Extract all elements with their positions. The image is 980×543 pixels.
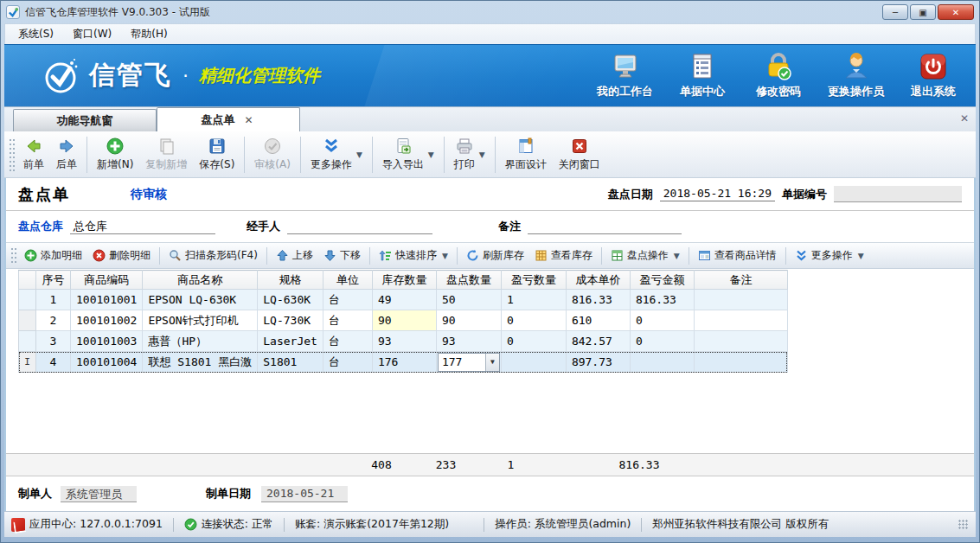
column-header-seq[interactable]: 序号 [36,271,71,290]
menu-system[interactable]: 系统(S) [10,24,61,44]
inventory-ops-button[interactable]: 盘点操作 ▼ [605,246,685,265]
cell-seq[interactable]: 2 [36,310,71,331]
toolbar-grip[interactable] [9,138,15,171]
warehouse-field[interactable]: 总仓库 [70,219,215,234]
view-stock-button[interactable]: 查看库存 [529,246,598,265]
column-header-cost[interactable]: 成本单价 [566,271,630,290]
cell-name[interactable]: 联想 S1801 黑白激 [143,352,258,373]
delete-detail-button[interactable]: 删除明细 [87,246,156,265]
cell-code[interactable]: 100101004 [71,352,143,373]
cell-remark[interactable] [694,310,787,331]
ui-design-button[interactable]: 界面设计 [499,134,553,175]
scan-barcode-button[interactable]: 扫描条形码(F4) [163,246,263,265]
maximize-button[interactable]: ▣ [910,4,936,20]
cell-diff[interactable]: 1 [501,290,566,310]
refresh-stock-button[interactable]: 刷新库存 [461,246,529,265]
more-detail-actions-button[interactable]: 更多操作 ▼ [790,246,869,265]
cell-count[interactable]: 93 [436,331,501,352]
tab-inventory-sheet[interactable]: 盘点单 ✕ [157,107,300,131]
row-indicator[interactable] [19,310,36,331]
count-dropdown-icon[interactable]: ▼ [485,354,499,371]
cell-code[interactable]: 100101002 [71,310,143,331]
save-button[interactable]: 保存(S) [193,134,240,175]
resize-grip[interactable] [958,520,969,530]
cell-unit[interactable]: 台 [323,290,372,310]
column-header-unit[interactable]: 单位 [323,271,372,290]
exit-system-button[interactable]: 退出系统 [906,52,960,99]
cell-code[interactable]: 100101003 [71,331,143,352]
cell-seq[interactable]: 3 [36,331,71,352]
cell-amount[interactable]: 0 [630,331,694,352]
view-product-detail-button[interactable]: 查看商品详情 [693,246,782,265]
cell-unit[interactable]: 台 [323,352,372,373]
tab-close-icon[interactable]: ✕ [241,114,255,126]
next-doc-button[interactable]: 后单 [50,134,83,175]
new-button[interactable]: 新增(N) [91,134,139,175]
change-password-button[interactable]: 修改密码 [752,52,805,99]
cell-unit[interactable]: 台 [323,331,372,352]
cell-count[interactable]: 177▼ [436,352,501,373]
cell-cost[interactable]: 897.73 [566,352,630,373]
column-header-count[interactable]: 盘点数量 [436,271,501,290]
cell-remark[interactable] [694,352,787,373]
cell-cost[interactable]: 842.57 [566,331,630,352]
menu-help[interactable]: 帮助(H) [123,24,175,44]
cell-spec[interactable]: LQ-730K [258,310,323,331]
cell-amount[interactable]: 0 [630,310,694,331]
cell-spec[interactable]: LQ-630K [258,290,323,310]
column-header-spec[interactable]: 规格 [258,271,323,290]
cell-cost[interactable]: 610 [566,310,630,331]
table-row[interactable]: 3100101003惠普（HP）LaserJet台93930842.570 [19,331,788,352]
count-editor-value[interactable]: 177 [439,355,485,368]
copy-new-button[interactable]: 复制新增 [139,134,193,175]
cell-diff[interactable]: 0 [501,331,566,352]
cell-seq[interactable]: 1 [36,290,71,310]
tab-function-nav[interactable]: 功能导航窗 [13,109,157,131]
move-down-button[interactable]: 下移 [318,246,366,265]
row-indicator[interactable] [19,331,36,352]
cell-name[interactable]: 惠普（HP） [143,331,258,352]
column-header-code[interactable]: 商品编码 [71,271,143,290]
table-row[interactable]: I4100101004联想 S1801 黑白激S1801台176177▼897.… [19,352,788,373]
tabstrip-close-icon[interactable]: ✕ [960,112,969,125]
close-window-button[interactable]: 关闭窗口 [553,134,606,175]
column-header-name[interactable]: 商品名称 [143,271,258,290]
cell-amount[interactable]: 816.33 [630,290,694,310]
menu-window[interactable]: 窗口(W) [65,24,119,44]
row-indicator[interactable]: I [19,352,36,373]
cell-count[interactable]: 90 [436,310,501,331]
close-button[interactable]: ✕ [938,4,974,20]
move-up-button[interactable]: 上移 [271,246,318,265]
table-row[interactable]: 1100101001EPSON LQ-630KLQ-630K台49501816.… [19,290,788,310]
cell-spec[interactable]: LaserJet [258,331,323,352]
cell-cost[interactable]: 816.33 [566,290,630,310]
column-header-diff[interactable]: 盈亏数量 [501,271,566,290]
cell-unit[interactable]: 台 [323,310,372,331]
switch-operator-button[interactable]: 更换操作员 [828,52,884,99]
column-header-amount[interactable]: 盈亏金额 [630,271,694,290]
cell-amount[interactable] [630,352,694,373]
cell-stock[interactable]: 93 [372,331,436,352]
cell-stock[interactable]: 176 [372,352,436,373]
cell-remark[interactable] [694,331,787,352]
my-workbench-button[interactable]: 我的工作台 [597,52,653,99]
document-center-button[interactable]: 单据中心 [676,52,729,99]
date-field[interactable]: 2018-05-21 16:29 [660,187,775,201]
cell-remark[interactable] [694,290,787,310]
minimize-button[interactable]: ─ [882,4,908,20]
audit-button[interactable]: 审核(A) [248,134,297,175]
cell-stock[interactable]: 49 [372,290,436,310]
import-export-button[interactable]: 导入导出 ▼ [376,134,440,175]
cell-code[interactable]: 100101001 [71,290,143,310]
count-editor[interactable]: 177▼ [438,353,500,372]
cell-stock[interactable]: 90 [372,310,436,331]
quick-sort-button[interactable]: 快速排序 ▼ [374,246,453,265]
cell-spec[interactable]: S1801 [258,352,323,373]
cell-diff[interactable] [501,352,566,373]
prev-doc-button[interactable]: 前单 [17,134,50,175]
toolbar-grip[interactable] [10,247,16,265]
column-header-remark[interactable]: 备注 [694,271,787,290]
handler-field[interactable] [287,219,432,234]
cell-name[interactable]: EPSON针式打印机 [143,310,258,331]
column-header-stock[interactable]: 库存数量 [372,271,436,290]
